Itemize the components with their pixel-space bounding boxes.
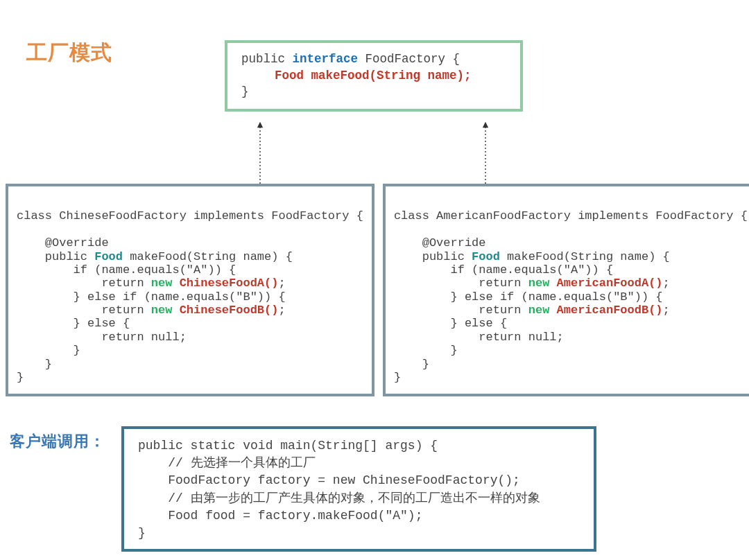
code-line: @Override (394, 236, 486, 250)
code-text: FoodFactory { (358, 52, 460, 66)
code-line: class AmericanFoodFactory implements Foo… (394, 209, 748, 222)
interface-code-box: public interface FoodFactory { Food make… (225, 40, 523, 112)
code-text: makeFood(String name) { (500, 250, 670, 263)
code-text: public (17, 250, 94, 263)
code-text: ; (663, 277, 670, 290)
code-line: } else { (394, 317, 507, 330)
code-line: public Food makeFood(String name) { (394, 250, 670, 263)
code-line: } (241, 84, 506, 100)
code-line: Food food = factory.makeFood("A"); (138, 507, 580, 525)
code-text: makeFood(String name) { (123, 250, 293, 263)
code-text: ; (278, 277, 285, 290)
keyword-new: new (151, 277, 180, 290)
code-line: } else if (name.equals("B")) { (17, 290, 286, 304)
keyword-interface: interface (293, 52, 359, 66)
constructor-call: ChineseFoodB() (180, 304, 279, 317)
constructor-call: AmericanFoodA() (557, 277, 663, 290)
return-type: Food (472, 250, 500, 263)
code-line: @Override (17, 236, 109, 250)
code-line: return new AmericanFoodA(); (394, 277, 670, 290)
code-line: return new AmericanFoodB(); (394, 304, 670, 317)
code-text: public (394, 250, 472, 263)
code-line: // 由第一步的工厂产生具体的对象，不同的工厂造出不一样的对象 (138, 490, 580, 507)
code-line: FoodFactory factory = new ChineseFoodFac… (138, 472, 580, 489)
code-text: public (241, 52, 293, 66)
code-line: } (17, 371, 24, 384)
code-line: } (394, 371, 401, 384)
code-line: } (17, 344, 80, 357)
return-type: Food (94, 250, 123, 263)
code-line: public interface FoodFactory { (241, 51, 506, 68)
code-text: return (17, 277, 151, 290)
code-text: return (394, 277, 528, 290)
code-line: return null; (17, 331, 187, 344)
code-line: // 先选择一个具体的工厂 (138, 455, 580, 472)
code-line: Food makeFood(String name); (241, 68, 506, 85)
code-line: } (138, 525, 580, 542)
american-factory-code-box: class AmericanFoodFactory implements Foo… (383, 184, 749, 396)
code-line: if (name.equals("A")) { (17, 263, 236, 277)
code-line: return null; (394, 331, 564, 344)
code-line: if (name.equals("A")) { (394, 263, 613, 277)
client-call-label: 客户端调用： (10, 431, 105, 452)
chinese-factory-code-box: class ChineseFoodFactory implements Food… (6, 184, 374, 396)
method-signature: Food makeFood(String name); (275, 69, 472, 82)
keyword-new: new (151, 304, 180, 317)
code-text: return (394, 304, 528, 317)
keyword-new: new (528, 304, 557, 317)
code-text: ; (663, 304, 670, 317)
code-text: return (17, 304, 151, 317)
code-line: } (394, 358, 429, 371)
code-line: } (394, 344, 458, 357)
code-line: return new ChineseFoodA(); (17, 277, 286, 290)
client-code-box: public static void main(String[] args) {… (121, 426, 596, 552)
code-line: public static void main(String[] args) { (138, 437, 580, 455)
constructor-call: AmericanFoodB() (557, 304, 663, 317)
code-line: } else { (17, 317, 130, 330)
code-text: ; (278, 304, 285, 317)
diagram-title: 工厂模式 (26, 39, 112, 67)
code-line: class ChineseFoodFactory implements Food… (17, 209, 363, 222)
code-line: } else if (name.equals("B")) { (394, 290, 663, 304)
constructor-call: ChineseFoodA() (180, 277, 279, 290)
code-line: public Food makeFood(String name) { (17, 250, 293, 263)
keyword-new: new (528, 277, 557, 290)
code-line: return new ChineseFoodB(); (17, 304, 286, 317)
implementation-row: class ChineseFoodFactory implements Food… (6, 184, 743, 396)
code-line: } (17, 358, 52, 371)
